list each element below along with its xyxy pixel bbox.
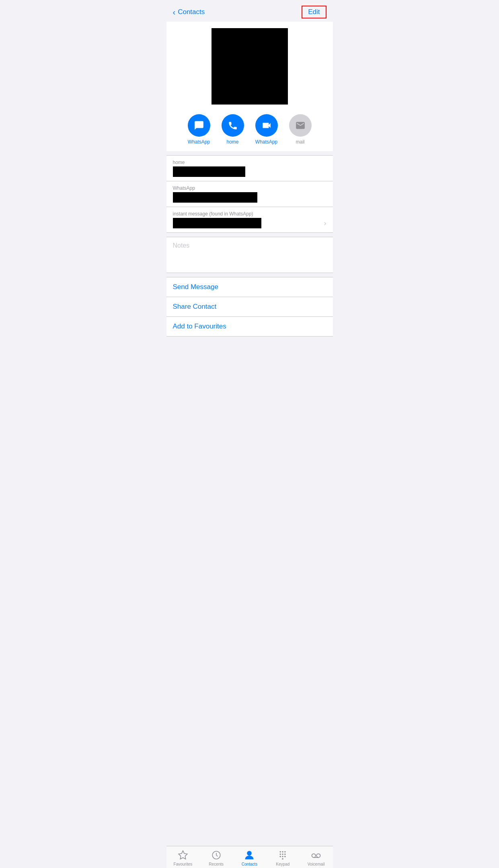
contact-photo	[212, 28, 288, 105]
home-call-circle	[222, 114, 244, 137]
instant-message-row[interactable]: instant message (found in WhatsApp) ›	[166, 207, 333, 232]
header: ‹ Contacts Edit	[166, 0, 333, 22]
mail-circle	[289, 114, 312, 137]
back-button[interactable]: ‹ Contacts	[173, 8, 205, 17]
back-label: Contacts	[178, 8, 205, 16]
phone-icon	[228, 120, 238, 131]
add-to-favourites-button[interactable]: Add to Favourites	[166, 317, 333, 336]
whatsapp-phone-label: WhatsApp	[173, 185, 327, 191]
instant-message-value: ›	[173, 218, 327, 228]
mail-label: mail	[296, 139, 304, 145]
send-message-button[interactable]: Send Message	[166, 277, 333, 297]
actions-list: Send Message Share Contact Add to Favour…	[166, 277, 333, 337]
whatsapp-message-circle	[188, 114, 210, 137]
instant-message-redacted	[173, 218, 261, 228]
contact-photo-section	[166, 22, 333, 109]
instant-message-label: instant message (found in WhatsApp)	[173, 211, 327, 217]
contact-info-section: home WhatsApp instant message (found in …	[166, 155, 333, 233]
home-phone-label: home	[173, 160, 327, 165]
action-buttons: WhatsApp home WhatsApp	[166, 109, 333, 151]
chevron-left-icon: ‹	[173, 8, 176, 17]
home-call-button[interactable]: home	[222, 114, 244, 145]
whatsapp-phone-row[interactable]: WhatsApp	[166, 181, 333, 207]
notes-placeholder: Notes	[173, 242, 190, 249]
whatsapp-video-button[interactable]: WhatsApp	[255, 114, 278, 145]
home-phone-row[interactable]: home	[166, 156, 333, 181]
notes-section[interactable]: Notes	[166, 237, 333, 273]
edit-button[interactable]: Edit	[302, 6, 326, 18]
video-icon	[261, 120, 272, 131]
home-call-label: home	[226, 139, 238, 145]
message-icon	[194, 120, 204, 131]
content: WhatsApp home WhatsApp	[166, 22, 333, 365]
whatsapp-message-label: WhatsApp	[188, 139, 210, 145]
home-phone-value	[173, 166, 327, 177]
mail-button[interactable]: mail	[289, 114, 312, 145]
whatsapp-video-circle	[255, 114, 278, 137]
mail-icon	[295, 120, 306, 131]
whatsapp-video-label: WhatsApp	[255, 139, 277, 145]
share-contact-button[interactable]: Share Contact	[166, 297, 333, 317]
instant-message-chevron-icon: ›	[324, 219, 327, 228]
whatsapp-phone-value	[173, 192, 327, 203]
whatsapp-message-button[interactable]: WhatsApp	[188, 114, 210, 145]
home-phone-redacted	[173, 166, 245, 177]
whatsapp-phone-redacted	[173, 192, 257, 203]
